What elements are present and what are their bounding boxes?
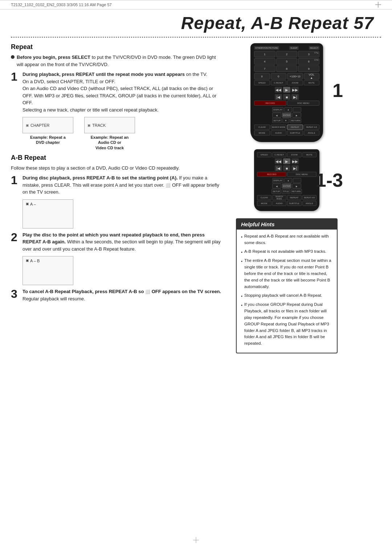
r2-setup-btn[interactable]: SETUP	[271, 189, 281, 194]
ab-step2-content: Play the disc to the point at which you …	[23, 231, 221, 253]
dpad-down[interactable]: ▼	[282, 118, 289, 123]
sleep-btn[interactable]: SLEEP	[289, 46, 298, 50]
select-btn[interactable]: SELECT	[309, 46, 319, 50]
btn-8[interactable]: 8	[276, 65, 298, 72]
r2-creset-btn[interactable]: C.RESET	[272, 152, 287, 157]
header-text: T2132_1102_0102_EN2_0303 3/3/05 11:16 AM…	[11, 3, 112, 7]
zoom-btn[interactable]: ZOOM	[287, 80, 303, 85]
rew-btn[interactable]: ◀◀	[275, 87, 282, 93]
btn-6[interactable]: 6 CH▼	[298, 58, 319, 65]
dpad-area: DISPLAY ▲ ◀ ENTER ▶ SETUP ▼ RETURN	[272, 107, 301, 123]
r2-repeat-ab-btn[interactable]: REPEAT A-B	[302, 195, 317, 200]
r2-subtitle-btn[interactable]: SUBTITLE	[287, 201, 302, 206]
r2-disc-menu-btn[interactable]: DISC MENU	[287, 172, 317, 177]
display-btn[interactable]: DISPLAY	[272, 107, 283, 112]
r2-dpad-up[interactable]: ▲	[284, 178, 293, 183]
btn-7[interactable]: 7	[254, 65, 275, 72]
ab-step3-rest: Regular playback will resume.	[23, 296, 85, 301]
r2-speed-btn[interactable]: SPEED	[257, 152, 271, 157]
r2-dpad-left[interactable]: ◀	[272, 183, 281, 189]
r2-audio-btn[interactable]: AUDIO	[272, 201, 287, 206]
r2-searchmode-btn[interactable]: SEARCH MODE	[272, 195, 287, 200]
bullet-dot	[11, 55, 15, 59]
speed-btn[interactable]: SPEED	[254, 80, 270, 85]
number-grid: 1 2 3 CH▲ 4 5 6 CH▼ 7 8 9	[254, 51, 319, 72]
disc-menu-btn[interactable]: DISC MENU	[287, 101, 319, 106]
prev-btn[interactable]: |◀	[275, 94, 282, 100]
subtitle-btn[interactable]: SUBTITLE	[287, 130, 303, 135]
r2-dpad-right[interactable]: ▶	[292, 183, 301, 189]
r2-record-btn[interactable]: RECORD	[257, 172, 286, 177]
hint-4-text: Stopping playback will cancel A-B Repeat…	[244, 292, 322, 299]
btn-plus10[interactable]: +100+10	[287, 73, 303, 80]
r2-title-btn[interactable]: TITLE	[282, 189, 290, 194]
dpad-right[interactable]: ▶	[292, 113, 301, 118]
r2-ff[interactable]: ▶▶	[291, 158, 299, 164]
btn-9[interactable]: 9	[298, 65, 319, 72]
searchmode-btn[interactable]: SEARCH MODE	[271, 125, 287, 130]
crosshair-bottom	[193, 537, 199, 544]
example-a-icon: ▣	[26, 123, 29, 127]
ab-step2-number: 2	[11, 231, 19, 243]
btn-2[interactable]: 2	[276, 51, 298, 57]
repeat-ab-btn[interactable]: REPEAT A-B	[304, 125, 320, 130]
r2-angle-btn[interactable]: ANGLE	[302, 201, 317, 206]
r2-return-btn[interactable]: RETURN	[291, 189, 302, 194]
clear-btn[interactable]: CLEAR	[254, 125, 270, 130]
r2-prev[interactable]: |◀	[275, 165, 282, 171]
r2-clear-btn[interactable]: CLEAR	[257, 195, 271, 200]
setup-btn[interactable]: SETUP	[272, 118, 282, 123]
r2-rew[interactable]: ◀◀	[275, 158, 282, 164]
r2-repeat-btn[interactable]: REPEAT	[287, 195, 302, 200]
r2-zoom-btn[interactable]: ZOOM	[287, 152, 302, 157]
btn-1[interactable]: 1	[254, 51, 275, 57]
enter-btn[interactable]: ENTER	[282, 113, 291, 118]
ab-step1: 1 During disc playback, press REPEAT A-B…	[11, 174, 221, 196]
hint-3: • The entire A-B Repeat section must be …	[241, 258, 332, 290]
dpad-up[interactable]: ▲	[284, 107, 293, 112]
btn-4[interactable]: 4	[254, 58, 275, 65]
r2-record-row: RECORD DISC MENU	[257, 172, 317, 177]
repeat-btn[interactable]: REPEAT	[287, 125, 303, 130]
left-column: Repeat Before you begin, press SELECT to…	[11, 43, 221, 353]
mute-btn[interactable]: MUTE	[304, 80, 320, 85]
record-btn[interactable]: RECORD	[254, 101, 286, 106]
example-a-text: CHAPTER	[30, 123, 50, 127]
audio-btn[interactable]: AUDIO	[271, 130, 287, 135]
play-btn[interactable]: ▶	[283, 87, 290, 93]
r2-stop[interactable]: ■	[283, 165, 290, 171]
next-btn[interactable]: ▶|	[291, 94, 299, 100]
mode-btn[interactable]: MODE	[254, 130, 270, 135]
disc-menu2-btn[interactable]	[293, 107, 301, 112]
dpad-left[interactable]: ◀	[272, 113, 281, 118]
dpad-row1: DISPLAY ▲	[272, 107, 301, 112]
standby-btn[interactable]: STNDBY/ON PICTURE	[254, 46, 279, 50]
example-b-label1: Example: Repeat an	[91, 135, 129, 139]
r2-display-btn[interactable]: DISPLAY	[272, 178, 283, 183]
r2-dpad-area: DISPLAY ▲ ◀ ENTER ▶ SETUP TITLE RET	[272, 178, 301, 194]
btn-5[interactable]: 5	[276, 58, 298, 65]
r2-play[interactable]: ▶	[283, 158, 290, 164]
btn-3[interactable]: 3 CH▲	[298, 51, 319, 57]
ff-btn[interactable]: ▶▶	[291, 87, 299, 93]
btn-vol[interactable]: VOL▲	[304, 73, 320, 80]
r2-mute-btn[interactable]: MUTE	[302, 152, 317, 157]
ab-step2: 2 Play the disc to the point at which yo…	[11, 231, 221, 253]
repeat-bullet-text: Before you begin, press SELECT to put th…	[17, 54, 221, 68]
screen-a-text: A –	[30, 202, 36, 206]
r2-next[interactable]: ▶|	[291, 165, 299, 171]
creset-btn[interactable]: C.RESET	[271, 80, 287, 85]
stop-btn[interactable]: ■	[283, 94, 290, 100]
btn-0[interactable]: 0	[271, 73, 287, 80]
return-btn[interactable]: RETURN	[290, 118, 301, 123]
screen-a-box: ▣ A –	[23, 199, 73, 228]
crosshair-top	[375, 2, 381, 8]
btn-pause-2[interactable]: II	[254, 73, 270, 80]
ab-step3-icon: ⬜	[145, 289, 150, 294]
screen-ab-text: A – B	[30, 259, 40, 263]
r2-mode-btn[interactable]: MODE	[257, 201, 271, 206]
step1-bold: During playback, press REPEAT until the …	[23, 72, 185, 77]
r2-enter-btn[interactable]: ENTER	[282, 183, 291, 189]
angle-btn[interactable]: ANGLE	[304, 130, 320, 135]
bottom-row1: CLEAR SEARCH MODE REPEAT REPEAT A-B	[254, 125, 319, 130]
